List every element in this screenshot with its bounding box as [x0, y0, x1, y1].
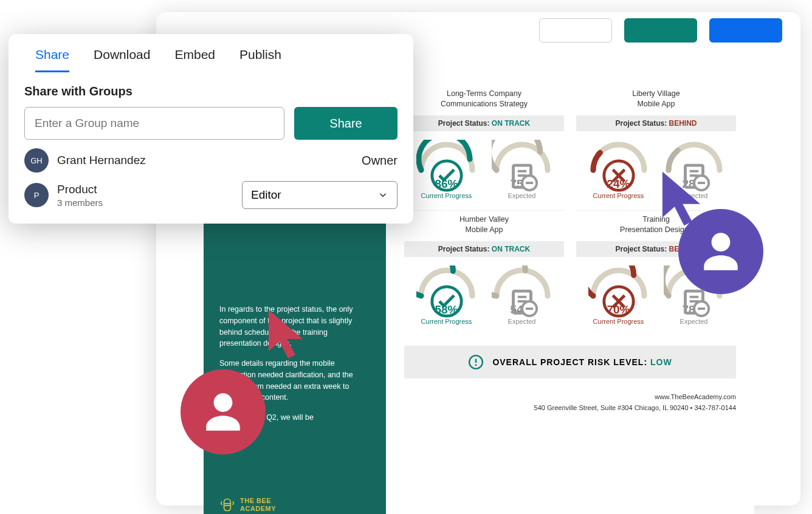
members-list: GHGrant HernandezOwnerPProduct3 membersE…	[9, 140, 413, 209]
share-popover: ShareDownloadEmbedPublish Share with Gro…	[9, 34, 413, 224]
avatar: GH	[24, 148, 49, 173]
member-row: PProduct3 membersEditor	[9, 173, 413, 209]
project-title: Liberty VillageMobile App	[576, 89, 736, 109]
group-name-input[interactable]	[24, 107, 284, 140]
project-status: Project Status: ON TRACK	[404, 241, 564, 257]
member-subtitle: 3 members	[57, 197, 233, 208]
current-progress-gauge: 24% Current Progress	[588, 140, 649, 199]
tab-publish[interactable]: Publish	[239, 47, 281, 72]
tab-download[interactable]: Download	[94, 47, 150, 72]
popover-tabs: ShareDownloadEmbedPublish	[9, 34, 413, 72]
brand-logo: THE BEEACADEMY	[219, 497, 276, 513]
avatar: P	[24, 183, 49, 207]
svg-point-26	[475, 364, 477, 366]
share-button[interactable]: Share	[294, 107, 397, 140]
cursor-icon	[261, 307, 310, 362]
tab-embed[interactable]: Embed	[174, 47, 215, 72]
check-circle-icon	[416, 284, 477, 321]
header-search-box[interactable]	[539, 18, 612, 43]
expected-gauge: 54% Expected	[492, 266, 552, 325]
collaborator-avatar-purple	[678, 209, 763, 294]
role-select[interactable]: Editor	[242, 181, 397, 209]
chevron-down-icon	[377, 190, 388, 200]
document-minus-icon	[492, 284, 552, 321]
tab-share[interactable]: Share	[35, 47, 69, 72]
member-role: Owner	[362, 154, 397, 168]
collaborator-avatar-red	[181, 369, 266, 454]
current-progress-gauge: 70% Current Progress	[588, 266, 649, 325]
current-progress-gauge: 58% Current Progress	[416, 266, 477, 325]
project-card: Long-Terms CompanyCommunications Strateg…	[404, 85, 564, 211]
member-row: GHGrant HernandezOwner	[9, 140, 413, 173]
header-secondary-button[interactable]	[709, 18, 782, 43]
footer-address: 540 Greenville Street, Suite #304 Chicag…	[404, 403, 736, 414]
bee-icon	[219, 497, 235, 513]
share-section-title: Share with Groups	[24, 84, 397, 98]
x-circle-icon	[588, 284, 649, 321]
risk-level-bar: OVERALL PROJECT RISK LEVEL: LOW	[404, 346, 736, 379]
person-icon	[698, 229, 743, 274]
document-main: Long-Terms CompanyCommunications Strateg…	[386, 79, 754, 514]
project-title: Long-Terms CompanyCommunications Strateg…	[404, 89, 564, 109]
member-name: Product	[57, 183, 233, 196]
project-status: Project Status: BEHIND	[576, 115, 736, 131]
person-icon	[201, 389, 246, 434]
document-minus-icon	[492, 158, 552, 196]
header-primary-button[interactable]	[624, 18, 697, 43]
x-circle-icon	[588, 158, 649, 196]
alert-icon	[468, 354, 484, 370]
footer-url: www.TheBeeAcademy.com	[404, 392, 736, 403]
project-card: Humber ValleyMobile App Project Status: …	[404, 211, 564, 336]
current-progress-gauge: 86% Current Progress	[416, 140, 477, 199]
document-footer: www.TheBeeAcademy.com 540 Greenville Str…	[404, 392, 736, 413]
member-name: Grant Hernandez	[57, 154, 353, 167]
project-status: Project Status: ON TRACK	[404, 115, 564, 131]
check-circle-icon	[416, 158, 477, 196]
expected-gauge: 75% Expected	[492, 140, 552, 199]
project-title: Humber ValleyMobile App	[404, 214, 564, 235]
